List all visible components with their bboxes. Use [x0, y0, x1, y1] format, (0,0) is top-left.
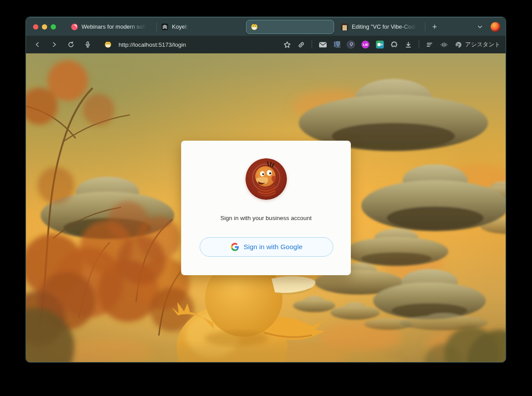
tab-koyeb[interactable]: Koyeb: [157, 18, 243, 36]
downloads-icon[interactable]: [405, 41, 412, 49]
minimize-window-button[interactable]: [42, 24, 47, 30]
assistant-label: アシスタント: [465, 41, 500, 49]
reload-button[interactable]: [65, 38, 77, 51]
pixel-avatar-favicon-icon: [341, 23, 348, 30]
toolbar-separator: [312, 41, 312, 49]
login-card: Sign in with your business account Sign …: [181, 141, 351, 275]
tab-bar-right: [476, 22, 506, 32]
tab-webinars[interactable]: Webinars for modern softwa: [67, 18, 156, 36]
lr-extension-icon[interactable]: LR: [361, 41, 369, 49]
extensions-puzzle-icon[interactable]: [391, 41, 398, 49]
google-signin-label: Sign in with Google: [244, 243, 303, 251]
tab-editing-vc[interactable]: Editing "VC for Vibe-Coding: [337, 18, 425, 36]
assistant-button[interactable]: アシスタント: [455, 41, 500, 49]
page-content: Sign in with your business account Sign …: [26, 53, 506, 362]
video-extension-icon[interactable]: [376, 41, 384, 49]
bookmark-star-icon[interactable]: [283, 41, 291, 49]
tab-separator: [425, 22, 425, 31]
microphone-button[interactable]: [82, 38, 94, 51]
tab-title: Editing "VC for Vibe-Coding: [352, 23, 418, 30]
back-button[interactable]: [31, 38, 44, 51]
zoom-window-button[interactable]: [51, 24, 56, 30]
list-lines-icon[interactable]: [426, 41, 433, 49]
google-g-icon: [231, 243, 239, 251]
url-input[interactable]: http://localhost:5173/login: [119, 41, 186, 48]
toolbar-left: http://localhost:5173/login: [31, 38, 186, 51]
google-signin-button[interactable]: Sign in with Google: [200, 237, 333, 257]
navigation-toolbar: http://localhost:5173/login 理 LR: [26, 36, 506, 53]
mail-extension-icon[interactable]: [319, 41, 327, 48]
onepassword-extension-icon[interactable]: [347, 41, 355, 49]
browser-window: Webinars for modern softwa Koyeb: [26, 17, 506, 362]
koyeb-favicon-icon: [161, 23, 168, 30]
site-favicon-psyduck-icon: [104, 41, 112, 48]
signin-heading: Sign in with your business account: [181, 215, 351, 221]
toolbar-separator: [419, 41, 419, 49]
list-all-tabs-chevron-icon[interactable]: [476, 23, 484, 30]
psyduck-favicon-icon: [251, 23, 258, 30]
forward-button[interactable]: [48, 38, 60, 51]
equalizer-icon[interactable]: [440, 41, 448, 49]
close-window-button[interactable]: [33, 24, 38, 30]
copy-link-icon[interactable]: [298, 41, 305, 49]
tab-bar: Webinars for modern softwa Koyeb: [26, 17, 506, 36]
toolbar-right: 理 LR: [283, 41, 500, 49]
new-tab-button[interactable]: +: [428, 20, 441, 34]
webinar-favicon-icon: [71, 23, 78, 30]
psyduck-astronaut-avatar: [246, 158, 287, 200]
assistant-swirl-icon: [455, 41, 462, 49]
ri-extension-icon[interactable]: 理: [334, 41, 340, 49]
traffic-lights: [26, 24, 62, 30]
firefox-account-avatar[interactable]: [491, 22, 500, 32]
tab-title: Koyeb: [172, 23, 188, 30]
tab-active-login[interactable]: [246, 20, 334, 34]
tab-title: Webinars for modern softwa: [82, 23, 148, 30]
